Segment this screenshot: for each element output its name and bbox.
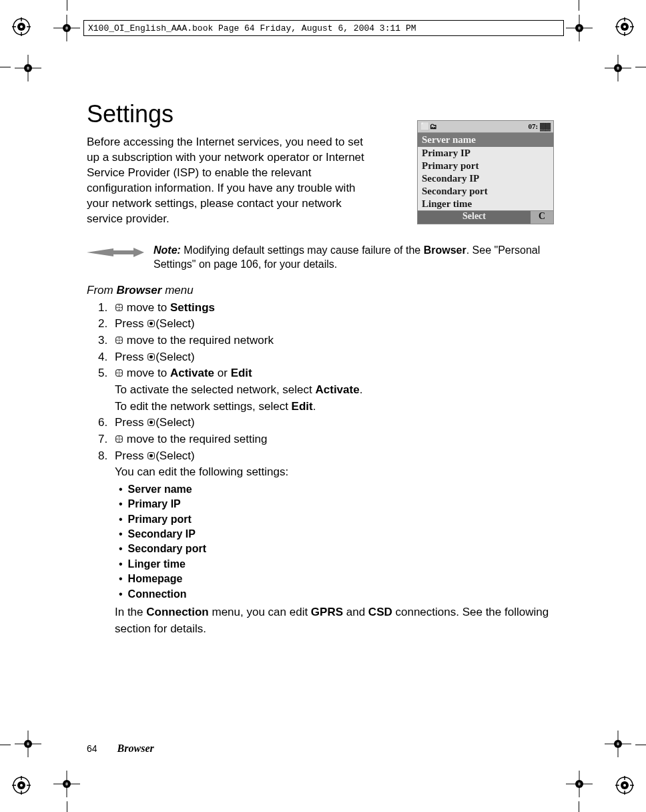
page-number: 64 (87, 743, 97, 754)
print-header-text: X100_OI_English_AAA.book Page 64 Friday,… (88, 23, 416, 33)
ok-key-icon (147, 415, 155, 424)
phone-status-right: 07: ▓▓ (529, 122, 551, 131)
registration-mark-icon (12, 17, 31, 36)
bullet-item: Linger time (115, 557, 554, 572)
nav-key-icon (115, 300, 123, 309)
phone-list: Primary IP Primary port Secondary IP Sec… (418, 147, 553, 210)
menu-path: From Browser menu (87, 284, 554, 297)
nav-key-icon (115, 333, 123, 342)
phone-list-item: Primary port (418, 160, 553, 172)
nav-key-icon (115, 366, 123, 375)
step-5-detail: To activate the selected network, select… (115, 382, 554, 399)
step-4: Press (Select) (111, 349, 554, 366)
crop-line (67, 801, 67, 812)
bullet-item: Connection (115, 587, 554, 602)
crop-mark-icon (566, 771, 593, 797)
phone-softkeys: Select C (418, 210, 553, 224)
crop-mark-icon (605, 731, 631, 757)
step-3: move to the required network (111, 333, 554, 349)
crop-mark-icon (605, 55, 631, 81)
phone-screenshot: ⬜🗂 07: ▓▓ Server name Primary IP Primary… (417, 120, 554, 224)
step-1: move to Settings (111, 300, 554, 317)
phone-status-left: ⬜🗂 (420, 122, 437, 131)
phone-list-item: Primary IP (418, 147, 553, 160)
section-name: Browser (117, 743, 154, 755)
bullet-item: Primary IP (115, 497, 554, 512)
phone-list-item: Linger time (418, 198, 553, 210)
print-header: X100_OI_English_AAA.book Page 64 Friday,… (83, 20, 564, 36)
note-arrow-icon (87, 243, 144, 272)
crop-line (0, 67, 11, 67)
phone-list-item: Secondary port (418, 185, 553, 198)
crop-line (579, 0, 579, 11)
crop-mark-icon (15, 731, 41, 757)
bullet-item: Secondary IP (115, 527, 554, 542)
registration-mark-icon (615, 17, 634, 36)
bullet-item: Homepage (115, 572, 554, 586)
crop-mark-icon (53, 771, 80, 797)
registration-mark-icon (12, 776, 31, 795)
step-5: move to Activate or Edit To activate the… (111, 365, 554, 415)
page-footer: 64 Browser (87, 743, 154, 755)
phone-statusbar: ⬜🗂 07: ▓▓ (418, 121, 553, 133)
connection-paragraph: In the Connection menu, you can edit GPR… (115, 604, 554, 637)
crop-mark-icon (15, 55, 41, 81)
note-block: Note: Modifying default settings may cau… (87, 243, 554, 272)
steps-list: move to Settings Press (Select) move to … (87, 300, 554, 637)
phone-list-header: Server name (418, 133, 553, 147)
crop-mark-icon (566, 15, 593, 41)
intro-paragraph: Before accessing the Internet services, … (87, 135, 374, 227)
step-5-detail: To edit the network settings, select Edi… (115, 399, 554, 415)
crop-line (635, 745, 646, 745)
settings-bullets: Server name Primary IP Primary port Seco… (115, 482, 554, 602)
nav-key-icon (115, 432, 123, 441)
crop-mark-icon (53, 15, 80, 41)
bullet-item: Server name (115, 482, 554, 497)
step-7: move to the required setting (111, 431, 554, 448)
ok-key-icon (147, 350, 155, 359)
crop-line (579, 801, 579, 812)
bullet-item: Secondary port (115, 542, 554, 556)
registration-mark-icon (615, 776, 634, 795)
ok-key-icon (147, 317, 155, 325)
phone-softkey-left: Select (418, 210, 531, 224)
phone-softkey-right: C (531, 210, 553, 224)
note-text: Note: Modifying default settings may cau… (153, 243, 554, 272)
step-6: Press (Select) (111, 415, 554, 431)
crop-line (635, 67, 646, 67)
phone-list-item: Secondary IP (418, 172, 553, 185)
bullet-item: Primary port (115, 512, 554, 527)
step-8: Press (Select) You can edit the followin… (111, 448, 554, 638)
step-2: Press (Select) (111, 316, 554, 333)
note-label: Note: (153, 244, 181, 256)
crop-line (67, 0, 67, 11)
crop-line (0, 745, 11, 745)
step-8-detail: You can edit the following settings: (115, 464, 554, 481)
ok-key-icon (147, 449, 155, 457)
